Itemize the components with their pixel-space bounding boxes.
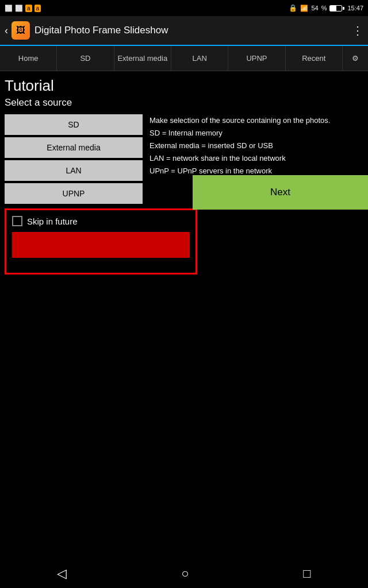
lock-icon: 🔒 bbox=[289, 4, 297, 12]
desc-line4: LAN = network share in the local network bbox=[150, 154, 286, 163]
tab-settings[interactable]: ⚙ bbox=[343, 46, 368, 71]
status-left-icons: ⬜ ⬜ a a bbox=[5, 5, 41, 12]
skip-label: Skip in future bbox=[27, 216, 78, 226]
title-bar: ‹ 🖼 Digital Photo Frame Slideshow ⋮ bbox=[0, 16, 368, 46]
source-sd-button[interactable]: SD bbox=[5, 114, 143, 135]
section-subtitle: Select a source bbox=[5, 97, 363, 109]
amazon-icon-1: a bbox=[25, 5, 32, 12]
nav-back-button[interactable]: ◁ bbox=[57, 566, 67, 581]
time-display: 15:47 bbox=[347, 5, 363, 11]
desc-line3: External media = inserted SD or USB bbox=[150, 141, 273, 150]
tab-bar: Home SD External media LAN UPNP Recent ⚙ bbox=[0, 46, 368, 71]
amazon-icon-2: a bbox=[34, 5, 41, 12]
source-external-button[interactable]: External media bbox=[5, 137, 143, 158]
desc-line1: Make selection of the source containing … bbox=[150, 116, 330, 125]
back-button[interactable]: ‹ bbox=[5, 25, 8, 37]
tab-home[interactable]: Home bbox=[0, 46, 57, 71]
overflow-menu-button[interactable]: ⋮ bbox=[352, 24, 363, 37]
action-row: Next bbox=[0, 175, 368, 210]
desc-line2: SD = Internal memory bbox=[150, 129, 223, 137]
end-tutorial-button[interactable]: End tutorial bbox=[12, 232, 190, 258]
tab-lan[interactable]: LAN bbox=[171, 46, 228, 71]
status-bar: ⬜ ⬜ a a 🔒 📶 54% 15:47 bbox=[0, 0, 368, 16]
battery-percent: 54 bbox=[311, 5, 318, 11]
battery-icon bbox=[329, 5, 344, 11]
skip-checkbox[interactable] bbox=[12, 216, 22, 226]
skip-row: Skip in future bbox=[12, 216, 190, 226]
left-action-space bbox=[0, 175, 193, 210]
tab-upnp[interactable]: UPNP bbox=[228, 46, 285, 71]
status-right: 🔒 📶 54% 15:47 bbox=[289, 4, 363, 12]
app-icon: 🖼 bbox=[12, 21, 30, 40]
wifi-icon: 📶 bbox=[300, 5, 308, 12]
nav-recent-button[interactable]: □ bbox=[303, 566, 310, 581]
tab-sd[interactable]: SD bbox=[57, 46, 114, 71]
page-title: Tutorial bbox=[5, 77, 363, 95]
desc-line5: UPnP = UPnP servers in the network bbox=[150, 167, 272, 175]
tutorial-overlay: Skip in future End tutorial bbox=[5, 208, 197, 274]
tab-external-media[interactable]: External media bbox=[114, 46, 171, 71]
nav-home-button[interactable]: ○ bbox=[181, 566, 189, 581]
tab-recent[interactable]: Recent bbox=[286, 46, 343, 71]
next-button[interactable]: Next bbox=[193, 175, 368, 210]
nav-bar: ◁ ○ □ bbox=[0, 559, 368, 588]
notification-icon-2: ⬜ bbox=[15, 5, 23, 12]
app-title: Digital Photo Frame Slideshow bbox=[34, 25, 352, 36]
notification-icon-1: ⬜ bbox=[5, 5, 13, 12]
